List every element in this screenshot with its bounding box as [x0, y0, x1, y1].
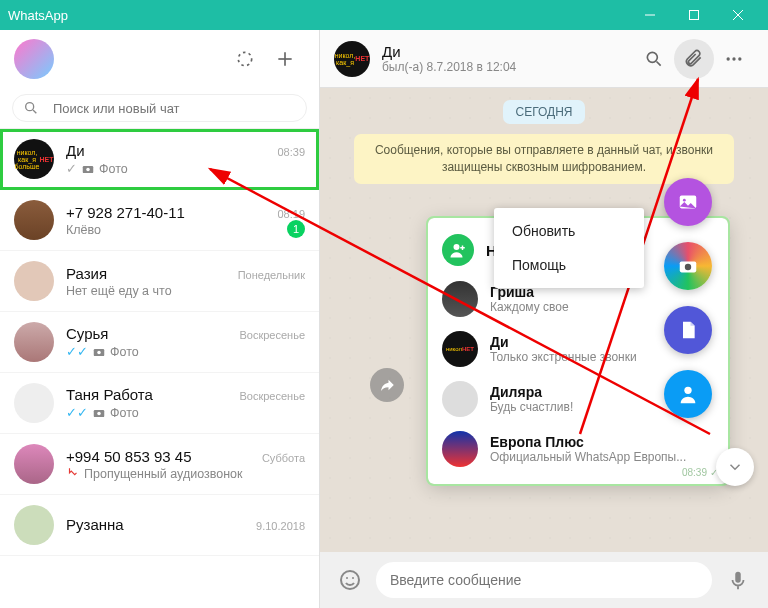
svg-point-14: [97, 411, 101, 415]
window-minimize-button[interactable]: [628, 0, 672, 30]
conversation-name: Ди: [382, 43, 634, 60]
app-title: WhatsApp: [8, 8, 68, 23]
chat-name: +7 928 271-40-11: [66, 204, 269, 221]
chat-time: 08:19: [277, 208, 305, 220]
window-titlebar: WhatsApp: [0, 0, 768, 30]
svg-point-7: [26, 103, 34, 111]
svg-point-30: [352, 577, 354, 579]
chat-name: Таня Работа: [66, 386, 231, 403]
avatar: [14, 261, 54, 301]
svg-point-24: [683, 199, 686, 202]
avatar: никол,как_ябольшеНЕТ: [14, 139, 54, 179]
chat-time: Воскресенье: [239, 329, 305, 341]
fab-contact[interactable]: [664, 370, 712, 418]
day-chip: СЕГОДНЯ: [503, 100, 584, 124]
avatar: [14, 444, 54, 484]
svg-point-17: [727, 57, 730, 60]
tick-icon: ✓: [66, 161, 77, 176]
chat-preview: Клёво: [66, 223, 305, 237]
chat-name: Ди: [66, 142, 269, 159]
chat-item-surya[interactable]: СурьяВоскресенье ✓✓ Фото: [0, 312, 319, 373]
chat-name: +994 50 853 93 45: [66, 448, 254, 465]
search-icon: [23, 100, 39, 116]
chat-area: СЕГОДНЯ Сообщения, которые вы отправляет…: [320, 88, 768, 552]
avatar: [442, 381, 478, 417]
svg-point-18: [732, 57, 735, 60]
svg-point-28: [341, 571, 359, 589]
conversation-last-seen: был(-а) 8.7.2018 в 12:04: [382, 60, 634, 74]
conversation-pane: никол,как_яНЕТ Ди был(-а) 8.7.2018 в 12:…: [320, 30, 768, 608]
camera-icon: [92, 406, 106, 420]
chat-item-di[interactable]: никол,как_ябольшеНЕТ Ди08:39 ✓ Фото: [0, 129, 319, 190]
window-close-button[interactable]: [716, 0, 760, 30]
chat-name: Сурья: [66, 325, 231, 342]
sidebar: никол,как_ябольшеНЕТ Ди08:39 ✓ Фото +7 9…: [0, 30, 320, 608]
menu-item-help[interactable]: Помощь: [494, 248, 644, 282]
forward-icon[interactable]: [370, 368, 404, 402]
search-row: [0, 88, 319, 129]
svg-point-20: [454, 244, 460, 250]
chat-preview: Нет ещё еду а что: [66, 284, 305, 298]
sidebar-header: [0, 30, 319, 88]
avatar: [14, 505, 54, 545]
avatar: николНЕТ: [442, 331, 478, 367]
scroll-to-bottom-button[interactable]: [716, 448, 754, 486]
chat-item-tanya[interactable]: Таня РаботаВоскресенье ✓✓ Фото: [0, 373, 319, 434]
svg-point-4: [238, 52, 251, 65]
chat-preview: ✓ Фото: [66, 161, 305, 176]
attachment-fabs: [664, 178, 712, 418]
search-input[interactable]: [53, 101, 296, 116]
svg-point-15: [647, 52, 657, 62]
chat-item-phone2[interactable]: +994 50 853 93 45Суббота Пропущенный ауд…: [0, 434, 319, 495]
svg-line-8: [33, 110, 36, 113]
dropdown-menu: Обновить Помощь: [494, 208, 644, 288]
message-time: 08:39 ✓: [682, 467, 718, 478]
encryption-notice: Сообщения, которые вы отправляете в данн…: [354, 134, 734, 184]
svg-rect-1: [690, 11, 699, 20]
chat-item-ruzanna[interactable]: Рузанна9.10.2018: [0, 495, 319, 556]
avatar: [14, 383, 54, 423]
camera-icon: [92, 345, 106, 359]
attach-icon[interactable]: [674, 39, 714, 79]
svg-point-19: [738, 57, 741, 60]
conversation-header: никол,как_яНЕТ Ди был(-а) 8.7.2018 в 12:…: [320, 30, 768, 88]
new-chat-icon[interactable]: [265, 39, 305, 79]
message-input[interactable]: [376, 562, 712, 598]
svg-point-10: [86, 167, 90, 171]
double-tick-icon: ✓✓: [66, 344, 88, 359]
svg-point-26: [685, 264, 691, 270]
chat-item-raziya[interactable]: РазияПонедельник Нет ещё еду а что: [0, 251, 319, 312]
menu-item-refresh[interactable]: Обновить: [494, 214, 644, 248]
chat-preview: ✓✓ Фото: [66, 344, 305, 359]
fab-document[interactable]: [664, 306, 712, 354]
compose-bar: [320, 552, 768, 608]
add-contact-icon[interactable]: [442, 234, 474, 266]
chat-name: Разия: [66, 265, 230, 282]
conversation-avatar[interactable]: никол,как_яНЕТ: [334, 41, 370, 77]
unread-badge: 1: [287, 220, 305, 238]
search-in-chat-icon[interactable]: [634, 39, 674, 79]
menu-icon[interactable]: [714, 39, 754, 79]
chat-time: 9.10.2018: [256, 520, 305, 532]
emoji-icon[interactable]: [332, 562, 368, 598]
chat-time: Суббота: [262, 452, 305, 464]
double-tick-icon: ✓✓: [66, 405, 88, 420]
svg-rect-31: [735, 572, 741, 583]
avatar: [14, 322, 54, 362]
fab-gallery[interactable]: [664, 178, 712, 226]
chat-list[interactable]: никол,как_ябольшеНЕТ Ди08:39 ✓ Фото +7 9…: [0, 129, 319, 608]
chat-item-phone1[interactable]: +7 928 271-40-1108:19 Клёво 1: [0, 190, 319, 251]
avatar: [442, 431, 478, 467]
chat-time: Воскресенье: [239, 390, 305, 402]
voice-record-icon[interactable]: [720, 562, 756, 598]
svg-point-12: [97, 350, 101, 354]
svg-point-27: [684, 387, 691, 394]
status-icon[interactable]: [225, 39, 265, 79]
chat-time: Понедельник: [238, 269, 305, 281]
search-box[interactable]: [12, 94, 307, 122]
camera-icon: [81, 162, 95, 176]
chat-preview: Пропущенный аудиозвонок: [66, 467, 305, 481]
my-avatar[interactable]: [14, 39, 54, 79]
window-maximize-button[interactable]: [672, 0, 716, 30]
fab-camera[interactable]: [664, 242, 712, 290]
